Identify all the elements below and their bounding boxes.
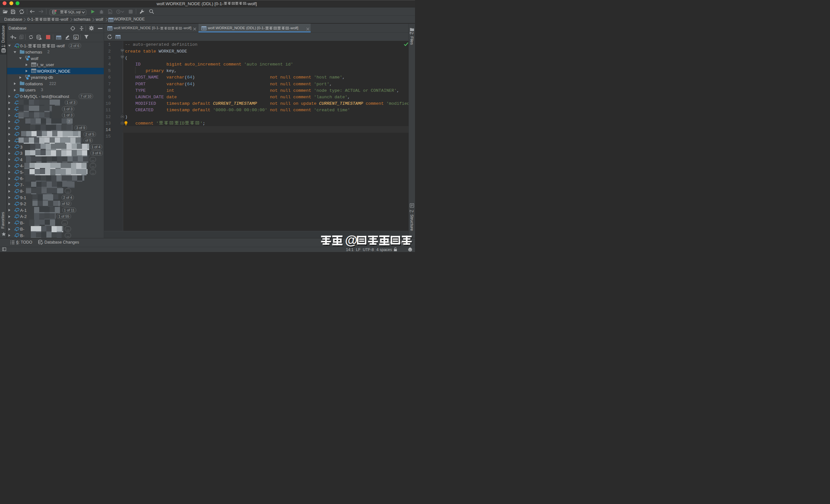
svg-text:QL: QL xyxy=(74,36,78,39)
